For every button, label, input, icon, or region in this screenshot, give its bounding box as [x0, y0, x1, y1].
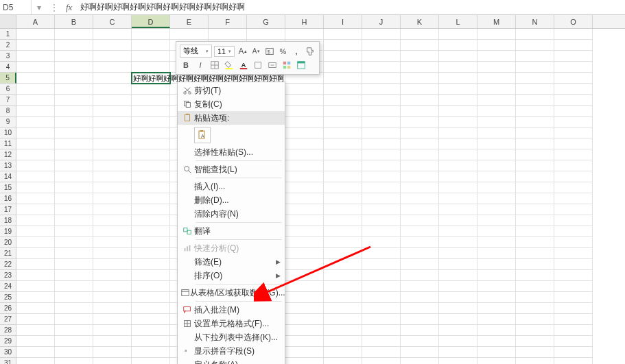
name-box[interactable]: D5 [0, 0, 32, 14]
cell-M10[interactable] [477, 128, 516, 138]
cell-O13[interactable] [554, 160, 593, 171]
cell-J10[interactable] [362, 128, 401, 138]
cell-D22[interactable] [132, 259, 170, 270]
cell-H12[interactable] [285, 149, 324, 160]
cell-D9[interactable] [132, 117, 170, 128]
cell-N17[interactable] [516, 204, 554, 215]
cell-M15[interactable] [477, 182, 516, 193]
row-header-9[interactable]: 9 [0, 117, 16, 128]
cell-N31[interactable] [516, 358, 554, 364]
cell-K22[interactable] [401, 259, 439, 270]
cell-A12[interactable] [16, 149, 55, 160]
cell-H22[interactable] [285, 259, 324, 270]
cell-A21[interactable] [16, 248, 55, 259]
menu-sort[interactable]: 排序(O) ▶ [178, 269, 285, 282]
menu-smart-lookup[interactable]: 智能查找(L) [178, 162, 285, 176]
cell-L14[interactable] [439, 171, 477, 182]
cell-C11[interactable] [93, 138, 132, 149]
cell-D16[interactable] [132, 193, 170, 204]
column-header-G[interactable]: G [247, 15, 285, 28]
cell-L30[interactable] [439, 347, 477, 358]
column-header-M[interactable]: M [477, 15, 516, 28]
cell-K15[interactable] [401, 182, 439, 193]
accounting-format-icon[interactable]: $ [264, 45, 276, 58]
cell-M6[interactable] [477, 84, 516, 95]
cell-A14[interactable] [16, 171, 55, 182]
cell-O21[interactable] [554, 248, 593, 259]
cell-K11[interactable] [401, 138, 439, 149]
cell-H23[interactable] [285, 270, 324, 281]
fill-color-icon[interactable] [223, 59, 235, 71]
cell-L1[interactable] [439, 29, 477, 40]
cell-C31[interactable] [93, 358, 132, 364]
paste-option-default[interactable]: A [194, 127, 211, 143]
comma-format-icon[interactable]: , [291, 45, 303, 58]
cell-N29[interactable] [516, 336, 554, 347]
cell-C2[interactable] [93, 40, 132, 51]
cell-B23[interactable] [55, 270, 93, 281]
cell-J19[interactable] [362, 226, 401, 237]
cell-N13[interactable] [516, 160, 554, 171]
cell-E1[interactable] [170, 29, 209, 40]
cell-N30[interactable] [516, 347, 554, 358]
cell-C17[interactable] [93, 204, 132, 215]
column-header-K[interactable]: K [401, 15, 439, 28]
cell-M13[interactable] [477, 160, 516, 171]
cell-L8[interactable] [439, 106, 477, 117]
cell-I29[interactable] [324, 336, 362, 347]
row-header-8[interactable]: 8 [0, 106, 16, 117]
cell-A20[interactable] [16, 237, 55, 248]
cell-N8[interactable] [516, 106, 554, 117]
cell-A30[interactable] [16, 347, 55, 358]
cell-O3[interactable] [554, 51, 593, 62]
cell-O12[interactable] [554, 149, 593, 160]
cell-I15[interactable] [324, 182, 362, 193]
cell-I2[interactable] [324, 40, 362, 51]
cell-C24[interactable] [93, 281, 132, 292]
cell-L29[interactable] [439, 336, 477, 347]
cell-O8[interactable] [554, 106, 593, 117]
cell-K7[interactable] [401, 95, 439, 106]
cell-B11[interactable] [55, 138, 93, 149]
cell-I22[interactable] [324, 259, 362, 270]
cell-J29[interactable] [362, 336, 401, 347]
cell-J18[interactable] [362, 215, 401, 226]
cell-N6[interactable] [516, 84, 554, 95]
decrease-font-icon[interactable]: A▾ [250, 45, 262, 58]
cell-I21[interactable] [324, 248, 362, 259]
font-name-dropdown[interactable]: 等线▾ [180, 45, 212, 58]
cell-D14[interactable] [132, 171, 170, 182]
cell-O30[interactable] [554, 347, 593, 358]
cell-C29[interactable] [93, 336, 132, 347]
row-header-19[interactable]: 19 [0, 226, 16, 237]
column-header-C[interactable]: C [93, 15, 132, 28]
cell-D6[interactable] [132, 84, 170, 95]
cell-K6[interactable] [401, 84, 439, 95]
cell-B21[interactable] [55, 248, 93, 259]
cell-I25[interactable] [324, 292, 362, 303]
cell-I19[interactable] [324, 226, 362, 237]
cell-K2[interactable] [401, 40, 439, 51]
row-header-26[interactable]: 26 [0, 303, 16, 314]
cell-L17[interactable] [439, 204, 477, 215]
cell-J21[interactable] [362, 248, 401, 259]
cell-I1[interactable] [324, 29, 362, 40]
menu-filter[interactable]: 筛选(E) ▶ [178, 255, 285, 269]
cell-D5[interactable]: 好啊好啊好啊好啊好啊好啊好啊好啊好啊好啊 [132, 73, 170, 84]
cell-B27[interactable] [55, 314, 93, 325]
cell-I28[interactable] [324, 325, 362, 336]
cell-K21[interactable] [401, 248, 439, 259]
cell-L6[interactable] [439, 84, 477, 95]
cell-C28[interactable] [93, 325, 132, 336]
cell-O4[interactable] [554, 62, 593, 73]
cell-J28[interactable] [362, 325, 401, 336]
cell-A31[interactable] [16, 358, 55, 364]
cell-C23[interactable] [93, 270, 132, 281]
cell-M8[interactable] [477, 106, 516, 117]
cell-H31[interactable] [285, 358, 324, 364]
bold-button[interactable]: B [180, 59, 192, 71]
cell-C9[interactable] [93, 117, 132, 128]
cell-L12[interactable] [439, 149, 477, 160]
cell-K5[interactable] [401, 73, 439, 84]
cell-H18[interactable] [285, 215, 324, 226]
